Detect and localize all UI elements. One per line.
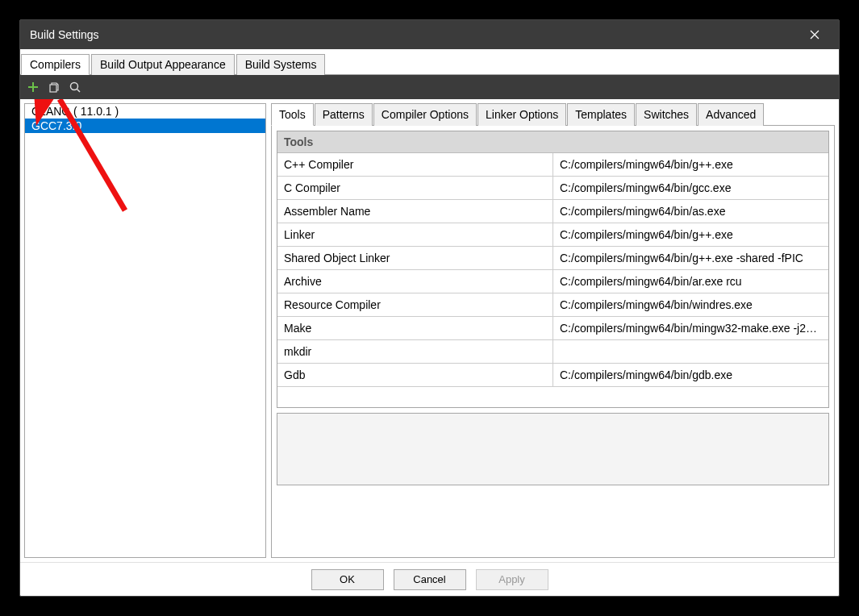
tools-header: Tools xyxy=(277,131,828,153)
inner-tab-switches[interactable]: Switches xyxy=(636,103,697,126)
inner-tab-advanced[interactable]: Advanced xyxy=(698,103,764,126)
tools-table-wrap: Tools C++ CompilerC:/compilers/mingw64/b… xyxy=(277,131,829,408)
tool-value[interactable] xyxy=(553,340,829,364)
tool-value[interactable]: C:/compilers/mingw64/bin/g++.exe xyxy=(553,153,829,177)
tool-key: Assembler Name xyxy=(277,200,553,223)
tool-row: GdbC:/compilers/mingw64/bin/gdb.exe xyxy=(277,364,828,387)
outer-tab-build-systems[interactable]: Build Systems xyxy=(236,54,326,75)
tool-row: Shared Object LinkerC:/compilers/mingw64… xyxy=(277,247,828,270)
search-icon xyxy=(69,81,81,94)
tool-row: MakeC:/compilers/mingw64/bin/mingw32-mak… xyxy=(277,317,828,340)
inner-tab-tools[interactable]: Tools xyxy=(271,103,314,126)
tool-value[interactable]: C:/compilers/mingw64/bin/gcc.exe xyxy=(553,177,829,200)
tool-row: Assembler NameC:/compilers/mingw64/bin/a… xyxy=(277,200,828,223)
tool-key: C Compiler xyxy=(277,177,553,200)
close-button[interactable] xyxy=(800,20,829,49)
tool-value[interactable]: C:/compilers/mingw64/bin/mingw32-make.ex… xyxy=(553,317,829,340)
tool-key: mkdir xyxy=(277,340,553,364)
outer-tab-compilers[interactable]: Compilers xyxy=(21,54,90,75)
description-box xyxy=(277,413,829,485)
window-title: Build Settings xyxy=(30,28,800,41)
tool-row: ArchiveC:/compilers/mingw64/bin/ar.exe r… xyxy=(277,270,828,293)
svg-line-6 xyxy=(77,89,81,93)
inner-tab-bar: ToolsPatternsCompiler OptionsLinker Opti… xyxy=(271,103,835,126)
tool-row: mkdir xyxy=(277,340,828,364)
tool-key: Make xyxy=(277,317,553,340)
build-settings-dialog: Build Settings CompilersBuild Output App… xyxy=(19,19,840,597)
inner-tab-patterns[interactable]: Patterns xyxy=(315,103,373,126)
tool-value[interactable]: C:/compilers/mingw64/bin/as.exe xyxy=(553,200,829,223)
tool-row: C++ CompilerC:/compilers/mingw64/bin/g++… xyxy=(277,153,828,177)
tool-key: Resource Compiler xyxy=(277,293,553,317)
tool-value[interactable]: C:/compilers/mingw64/bin/windres.exe xyxy=(553,293,829,317)
right-pane: ToolsPatternsCompiler OptionsLinker Opti… xyxy=(271,103,835,558)
tool-value[interactable]: C:/compilers/mingw64/bin/g++.exe xyxy=(553,223,829,247)
titlebar: Build Settings xyxy=(20,20,839,49)
outer-tab-bar: CompilersBuild Output AppearanceBuild Sy… xyxy=(20,54,839,75)
dialog-buttons: OK Cancel Apply xyxy=(20,562,839,596)
tool-row: LinkerC:/compilers/mingw64/bin/g++.exe xyxy=(277,223,828,247)
apply-button[interactable]: Apply xyxy=(476,569,548,590)
inner-tab-linker-options[interactable]: Linker Options xyxy=(477,103,566,126)
tool-key: Gdb xyxy=(277,364,553,387)
svg-point-5 xyxy=(71,83,78,90)
toolbar xyxy=(20,75,839,99)
compiler-list[interactable]: CLANG ( 11.0.1 )GCC7.3.0 xyxy=(24,103,266,558)
inner-tab-templates[interactable]: Templates xyxy=(567,103,635,126)
tool-key: Archive xyxy=(277,270,553,293)
compiler-item[interactable]: GCC7.3.0 xyxy=(25,119,265,133)
plus-icon xyxy=(27,81,40,94)
tool-value[interactable]: C:/compilers/mingw64/bin/g++.exe -shared… xyxy=(553,247,829,270)
tools-table: Tools C++ CompilerC:/compilers/mingw64/b… xyxy=(277,131,828,407)
tools-panel: Tools C++ CompilerC:/compilers/mingw64/b… xyxy=(271,126,835,558)
add-compiler-button[interactable] xyxy=(25,79,41,95)
tool-key: Linker xyxy=(277,223,553,247)
table-spacer xyxy=(277,387,828,407)
tool-key: C++ Compiler xyxy=(277,153,553,177)
body: CLANG ( 11.0.1 )GCC7.3.0 ToolsPatternsCo… xyxy=(20,99,839,562)
copy-icon xyxy=(48,81,60,94)
compiler-item[interactable]: CLANG ( 11.0.1 ) xyxy=(25,104,265,119)
tool-row: Resource CompilerC:/compilers/mingw64/bi… xyxy=(277,293,828,317)
tool-value[interactable]: C:/compilers/mingw64/bin/gdb.exe xyxy=(553,364,829,387)
ok-button[interactable]: OK xyxy=(311,569,384,590)
close-icon xyxy=(810,30,819,40)
tool-key: Shared Object Linker xyxy=(277,247,553,270)
tool-value[interactable]: C:/compilers/mingw64/bin/ar.exe rcu xyxy=(553,270,829,293)
tool-row: C CompilerC:/compilers/mingw64/bin/gcc.e… xyxy=(277,177,828,200)
outer-tab-build-output-appearance[interactable]: Build Output Appearance xyxy=(91,54,235,75)
inner-tab-compiler-options[interactable]: Compiler Options xyxy=(373,103,477,126)
search-compiler-button[interactable] xyxy=(67,79,83,95)
svg-rect-4 xyxy=(50,85,56,92)
cancel-button[interactable]: Cancel xyxy=(394,569,466,590)
copy-compiler-button[interactable] xyxy=(46,79,62,95)
